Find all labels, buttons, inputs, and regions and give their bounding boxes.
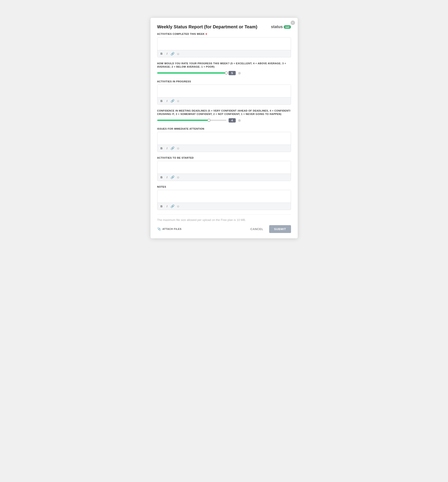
brand-logo: status net xyxy=(271,24,291,29)
progress-slider-track xyxy=(157,72,226,74)
activities-completed-section: ACTIVITIES COMPLETED THIS WEEK★ B I 🔗 ☺ xyxy=(157,32,291,57)
confidence-slider-track xyxy=(157,120,226,121)
confidence-slider-value: 4 xyxy=(228,118,236,122)
attach-label: ATTACH FILES xyxy=(162,228,181,230)
issues-attention-toolbar: B I 🔗 ☺ xyxy=(157,145,291,152)
bold-button-3[interactable]: B xyxy=(160,146,164,150)
confidence-slider-thumb xyxy=(207,119,211,122)
confidence-slider-fill xyxy=(157,120,209,121)
close-button[interactable]: × xyxy=(291,21,295,25)
activities-completed-label: ACTIVITIES COMPLETED THIS WEEK★ xyxy=(157,32,291,35)
brand-badge: net xyxy=(284,25,291,29)
progress-slider-clear[interactable]: ⊗ xyxy=(238,71,241,75)
form-action-buttons: CANCEL SUBMIT xyxy=(247,225,291,233)
issues-attention-input[interactable] xyxy=(157,132,291,144)
bold-button-4[interactable]: B xyxy=(160,175,164,179)
paperclip-icon: 📎 xyxy=(157,227,161,231)
notes-input[interactable] xyxy=(157,190,291,202)
activities-completed-toolbar: B I 🔗 ☺ xyxy=(157,50,291,57)
bold-button-2[interactable]: B xyxy=(160,99,164,103)
activities-completed-editor: B I 🔗 ☺ xyxy=(157,37,291,57)
activities-in-progress-section: ACTIVITIES IN PROGRESS B I 🔗 ☺ xyxy=(157,80,291,105)
confidence-rating-section: CONFIDENCE IN MEETING DEADLINES (5 = VER… xyxy=(157,109,291,122)
confidence-slider-clear[interactable]: ⊗ xyxy=(238,118,241,122)
link-icon-1[interactable]: 🔗 xyxy=(171,52,174,56)
notes-editor: B I 🔗 ☺ xyxy=(157,190,291,210)
notes-toolbar: B I 🔗 ☺ xyxy=(157,203,291,210)
activities-to-start-section: ACTIVITIES TO BE STARTED B I 🔗 ☺ xyxy=(157,156,291,181)
issues-attention-section: ISSUES FOR IMMEDIATE ATTENTION B I 🔗 ☺ xyxy=(157,128,291,152)
progress-rating-section: HOW WOULD YOU RATE YOUR PROGRESS THIS WE… xyxy=(157,62,291,75)
brand-name: status xyxy=(271,24,283,29)
italic-button-5[interactable]: I xyxy=(166,204,168,209)
notes-label: NOTES xyxy=(157,185,291,188)
activities-to-start-label: ACTIVITIES TO BE STARTED xyxy=(157,156,291,159)
attach-files-button[interactable]: 📎 ATTACH FILES xyxy=(157,227,181,231)
footer-divider xyxy=(157,214,291,215)
activities-in-progress-editor: B I 🔗 ☺ xyxy=(157,85,291,105)
link-icon-5[interactable]: 🔗 xyxy=(171,204,174,208)
confidence-rating-row: 4 ⊗ xyxy=(157,118,291,122)
submit-button[interactable]: SUBMIT xyxy=(269,225,291,233)
activities-completed-input[interactable] xyxy=(157,38,291,49)
italic-button-1[interactable]: I xyxy=(166,52,168,56)
link-icon-3[interactable]: 🔗 xyxy=(171,146,174,150)
emoji-icon-5[interactable]: ☺ xyxy=(177,204,180,208)
modal: × Weekly Status Report (for Department o… xyxy=(150,18,298,238)
required-indicator: ★ xyxy=(205,32,208,35)
activities-in-progress-toolbar: B I 🔗 ☺ xyxy=(157,97,291,104)
modal-title: Weekly Status Report (for Department or … xyxy=(157,24,257,29)
footer-actions: 📎 ATTACH FILES CANCEL SUBMIT xyxy=(157,225,291,233)
activities-to-start-input[interactable] xyxy=(157,161,291,173)
emoji-icon-1[interactable]: ☺ xyxy=(177,52,180,56)
confidence-rating-label: CONFIDENCE IN MEETING DEADLINES (5 = VER… xyxy=(157,109,291,116)
emoji-icon-2[interactable]: ☺ xyxy=(177,99,180,103)
italic-button-3[interactable]: I xyxy=(166,146,168,150)
issues-attention-label: ISSUES FOR IMMEDIATE ATTENTION xyxy=(157,128,291,130)
activities-to-start-editor: B I 🔗 ☺ xyxy=(157,161,291,181)
bold-button-5[interactable]: B xyxy=(160,204,164,209)
italic-button-4[interactable]: I xyxy=(166,175,168,179)
activities-to-start-toolbar: B I 🔗 ☺ xyxy=(157,174,291,181)
progress-slider-value: 5 xyxy=(228,71,236,75)
issues-attention-editor: B I 🔗 ☺ xyxy=(157,132,291,152)
progress-rating-label: HOW WOULD YOU RATE YOUR PROGRESS THIS WE… xyxy=(157,62,291,69)
progress-slider-thumb xyxy=(225,72,228,74)
activities-in-progress-input[interactable] xyxy=(157,85,291,96)
link-icon-2[interactable]: 🔗 xyxy=(171,99,174,103)
link-icon-4[interactable]: 🔗 xyxy=(171,175,174,179)
progress-rating-row: 5 ⊗ xyxy=(157,71,291,75)
progress-slider-fill xyxy=(157,72,226,74)
notes-section: NOTES B I 🔗 ☺ xyxy=(157,185,291,210)
italic-button-2[interactable]: I xyxy=(166,99,168,103)
file-size-note: The maximum file size allowed per upload… xyxy=(157,218,291,222)
cancel-button[interactable]: CANCEL xyxy=(247,225,267,233)
activities-in-progress-label: ACTIVITIES IN PROGRESS xyxy=(157,80,291,83)
emoji-icon-3[interactable]: ☺ xyxy=(177,146,180,150)
emoji-icon-4[interactable]: ☺ xyxy=(177,175,180,179)
bold-button-1[interactable]: B xyxy=(160,52,164,56)
modal-header: Weekly Status Report (for Department or … xyxy=(157,24,291,29)
